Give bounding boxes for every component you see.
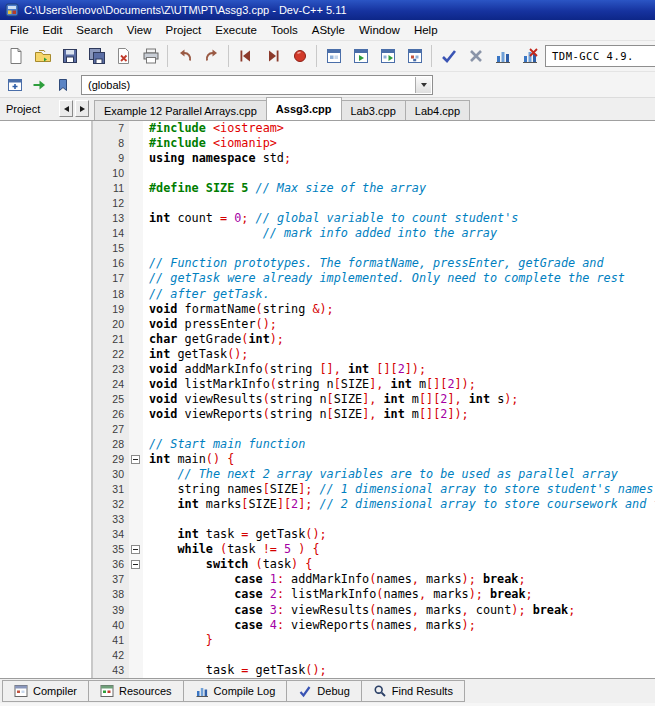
code-line[interactable]: int getTask();: [143, 347, 655, 362]
code-line[interactable]: int count = 0; // global variable to cou…: [143, 211, 655, 226]
line-number[interactable]: 32: [93, 497, 129, 512]
menu-search[interactable]: Search: [69, 21, 119, 39]
line-number[interactable]: 22: [93, 347, 129, 362]
code-line[interactable]: // getTask were already implemented. Onl…: [143, 271, 655, 286]
line-number[interactable]: 14: [93, 226, 129, 241]
code-line[interactable]: #include <iomanip>: [143, 136, 655, 151]
menu-window[interactable]: Window: [352, 21, 407, 39]
code-line[interactable]: using namespace std;: [143, 151, 655, 166]
code-line[interactable]: #define SIZE 5 // Max size of the array: [143, 181, 655, 196]
code-line[interactable]: [143, 196, 655, 211]
tab-scroll-right-button[interactable]: [75, 100, 89, 117]
line-number[interactable]: 10: [93, 166, 129, 181]
tab-assg3[interactable]: Assg3.cpp: [266, 97, 342, 120]
menu-view[interactable]: View: [120, 21, 159, 39]
tab-scroll-left-button[interactable]: [59, 100, 73, 117]
back-button[interactable]: [232, 43, 259, 70]
compile-run-button[interactable]: [374, 43, 401, 70]
new-file-button[interactable]: [2, 43, 29, 70]
code-line[interactable]: case 3: viewResults(names, marks, count)…: [143, 603, 655, 618]
code-line[interactable]: [143, 422, 655, 437]
line-number[interactable]: 41: [93, 633, 129, 648]
bottom-tab-debug[interactable]: Debug: [286, 680, 361, 702]
code-editor[interactable]: 7#include <iostream>8#include <iomanip>9…: [93, 121, 655, 678]
toggle-bookmark-button[interactable]: [27, 73, 51, 97]
line-number[interactable]: 26: [93, 407, 129, 422]
menu-astyle[interactable]: AStyle: [305, 21, 352, 39]
line-number[interactable]: 21: [93, 332, 129, 347]
line-number[interactable]: 20: [93, 317, 129, 332]
line-number[interactable]: 16: [93, 256, 129, 271]
menu-help[interactable]: Help: [407, 21, 445, 39]
fold-collapse-icon[interactable]: [131, 455, 140, 464]
tab-lab4[interactable]: Lab4.cpp: [405, 100, 470, 120]
line-number[interactable]: 36: [93, 557, 129, 572]
line-number[interactable]: 31: [93, 482, 129, 497]
save-all-button[interactable]: [83, 43, 110, 70]
bottom-tab-find-results[interactable]: Find Results: [361, 680, 465, 702]
menu-edit[interactable]: Edit: [36, 21, 70, 39]
bottom-tab-resources[interactable]: Resources: [88, 680, 184, 702]
insert-button[interactable]: [3, 73, 27, 97]
code-line[interactable]: [143, 648, 655, 663]
line-number[interactable]: 38: [93, 587, 129, 602]
code-line[interactable]: }: [143, 633, 655, 648]
menu-file[interactable]: File: [3, 21, 36, 39]
code-line[interactable]: // The next 2 array variables are to be …: [143, 467, 655, 482]
fold-collapse-icon[interactable]: [131, 560, 140, 569]
code-line[interactable]: // mark info added into the array: [143, 226, 655, 241]
redo-button[interactable]: [198, 43, 225, 70]
line-number[interactable]: 12: [93, 196, 129, 211]
code-line[interactable]: case 4: viewReports(names, marks);: [143, 618, 655, 633]
fold-collapse-icon[interactable]: [131, 545, 140, 554]
code-line[interactable]: [143, 512, 655, 527]
line-number[interactable]: 13: [93, 211, 129, 226]
line-number[interactable]: 34: [93, 527, 129, 542]
line-number[interactable]: 17: [93, 271, 129, 286]
undo-button[interactable]: [171, 43, 198, 70]
line-number[interactable]: 28: [93, 437, 129, 452]
code-line[interactable]: void addMarkInfo(string [], int [][2]);: [143, 362, 655, 377]
code-line[interactable]: while (task != 5 ) {: [143, 542, 655, 557]
code-line[interactable]: void listMarkInfo(string n[SIZE], int m[…: [143, 377, 655, 392]
code-line[interactable]: string names[SIZE]; // 1 dimensional arr…: [143, 482, 655, 497]
rebuild-button[interactable]: [401, 43, 428, 70]
breakpoint-button[interactable]: [286, 43, 313, 70]
title-bar[interactable]: C:\Users\lenovo\Documents\Z\UTM\PT\Assg3…: [0, 0, 655, 20]
menu-tools[interactable]: Tools: [264, 21, 305, 39]
forward-button[interactable]: [259, 43, 286, 70]
project-panel[interactable]: [0, 121, 93, 678]
code-line[interactable]: // Start main function: [143, 437, 655, 452]
line-number[interactable]: 7: [93, 121, 129, 136]
code-line[interactable]: char getGrade(int);: [143, 332, 655, 347]
bottom-tab-compiler[interactable]: Compiler: [2, 680, 89, 702]
code-line[interactable]: case 1: addMarkInfo(names, marks); break…: [143, 572, 655, 587]
close-file-button[interactable]: [110, 43, 137, 70]
debug-button[interactable]: [435, 43, 462, 70]
line-number[interactable]: 24: [93, 377, 129, 392]
profile-analysis-button[interactable]: [516, 43, 543, 70]
line-number[interactable]: 40: [93, 618, 129, 633]
print-button[interactable]: [137, 43, 164, 70]
class-browser-combo[interactable]: (globals): [81, 75, 433, 95]
code-line[interactable]: [143, 166, 655, 181]
goto-bookmark-button[interactable]: [51, 73, 75, 97]
save-button[interactable]: [56, 43, 83, 70]
code-line[interactable]: // after getTask.: [143, 287, 655, 302]
line-number[interactable]: 11: [93, 181, 129, 196]
line-number[interactable]: 8: [93, 136, 129, 151]
code-line[interactable]: case 2: listMarkInfo(names, marks); brea…: [143, 587, 655, 602]
bottom-tab-compile-log[interactable]: Compile Log: [183, 680, 288, 702]
profile-button[interactable]: [489, 43, 516, 70]
line-number[interactable]: 43: [93, 663, 129, 678]
code-line[interactable]: int main() {: [143, 452, 655, 467]
line-number[interactable]: 25: [93, 392, 129, 407]
line-number[interactable]: 35: [93, 542, 129, 557]
code-line[interactable]: [143, 241, 655, 256]
line-number[interactable]: 42: [93, 648, 129, 663]
line-number[interactable]: 23: [93, 362, 129, 377]
menu-project[interactable]: Project: [159, 21, 209, 39]
globals-combo-arrow-button[interactable]: [415, 77, 431, 93]
line-number[interactable]: 39: [93, 603, 129, 618]
run-button[interactable]: [347, 43, 374, 70]
